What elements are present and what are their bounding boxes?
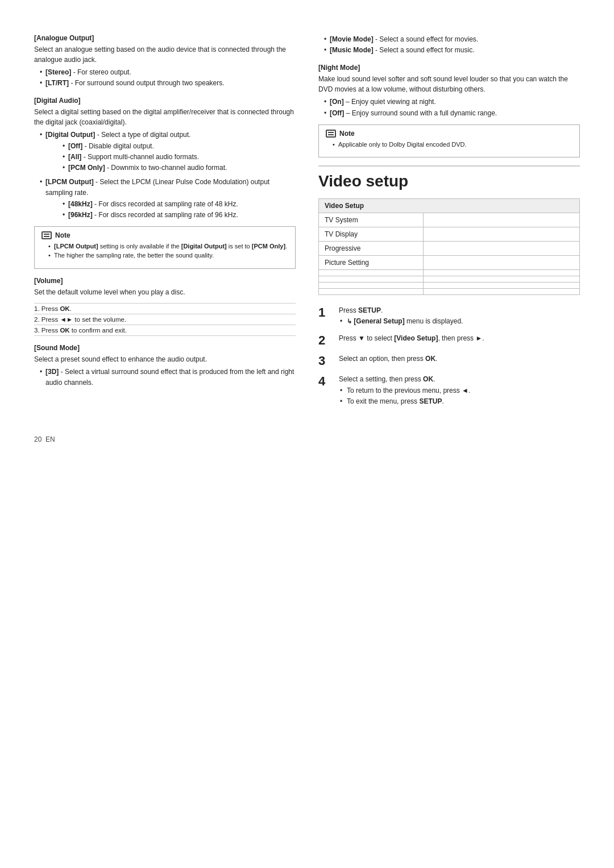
note2-list: Applicable only to Dolby Digital encoded… — [326, 140, 572, 149]
lpcm-sub: [48kHz] - For discs recorded at sampling… — [45, 199, 296, 221]
table-row — [319, 276, 580, 283]
volume-step-2: 2. Press ◄► to set the volume. — [34, 314, 296, 325]
note-icon-1 — [42, 231, 52, 239]
volume-desc: Set the default volume level when you pl… — [34, 287, 296, 297]
step-number-3: 3 — [318, 354, 339, 368]
sound-mode-heading: [Sound Mode] — [34, 344, 296, 352]
list-item: [Off] - Disable digital output. — [63, 141, 296, 152]
table-row: Progressive — [319, 242, 580, 256]
table-cell-label: TV Display — [319, 227, 424, 242]
analogue-output-heading: [Analogue Output] — [34, 34, 296, 42]
step-content-3: Select an option, then press OK. — [339, 354, 580, 364]
table-cell-value — [423, 256, 579, 270]
step-main-text-2: Press ▼ to select [Video Setup], then pr… — [339, 334, 484, 342]
sound-mode-desc: Select a preset sound effect to enhance … — [34, 354, 296, 364]
video-setup-table: Video Setup TV System TV Display Progres… — [318, 198, 580, 295]
table-cell-label: Progressive — [319, 242, 424, 256]
table-row: TV Display — [319, 227, 580, 242]
night-mode-bullets: [On] – Enjoy quiet viewing at night. [Of… — [318, 97, 580, 118]
digital-output-sub: [Off] - Disable digital output. [All] - … — [45, 141, 296, 174]
list-item: [On] – Enjoy quiet viewing at night. — [324, 97, 580, 107]
table-cell-label — [319, 283, 424, 289]
list-item: The higher the sampling rate, the better… — [48, 251, 288, 260]
list-item: [96kHz] - For discs recorded at sampling… — [63, 210, 296, 221]
video-setup-table-header: Video Setup — [319, 199, 580, 213]
list-item: [Off] – Enjoy surround sound with a full… — [324, 108, 580, 119]
note-title-2: Note — [326, 130, 572, 138]
step-content-1: Press SETUP. ↳ [General Setup] menu is d… — [339, 305, 580, 327]
table-row: Picture Setting — [319, 256, 580, 270]
table-cell-value — [423, 289, 579, 295]
volume-steps-box: 1. Press OK. 2. Press ◄► to set the volu… — [34, 303, 296, 336]
step-number-4: 4 — [318, 374, 339, 389]
table-cell-value — [423, 270, 579, 276]
step-sub-1: ↳ [General Setup] menu is displayed. — [339, 317, 463, 325]
list-item: [48kHz] - For discs recorded at sampling… — [63, 199, 296, 210]
list-item: [Movie Mode] - Select a sound effect for… — [324, 34, 580, 45]
table-cell-value — [423, 242, 579, 256]
table-cell-value — [423, 213, 579, 227]
list-item: [Stereo] - For stereo output. — [40, 67, 296, 78]
table-cell-label: Picture Setting — [319, 256, 424, 270]
list-item: Applicable only to Dolby Digital encoded… — [333, 140, 572, 149]
step-sub-4b: To exit the menu, press SETUP. — [339, 396, 580, 407]
movie-music-bullets: [Movie Mode] - Select a sound effect for… — [318, 34, 580, 56]
list-item: [Digital Output] - Select a type of digi… — [40, 130, 296, 173]
table-cell-value — [423, 283, 579, 289]
digital-audio-desc: Select a digital setting based on the di… — [34, 107, 296, 127]
step-main-text-1: Press SETUP. — [339, 306, 383, 314]
list-item: [LT/RT] - For surround sound output thro… — [40, 78, 296, 89]
table-row — [319, 289, 580, 295]
right-column: [Movie Mode] - Select a sound effect for… — [318, 34, 580, 413]
note-box-2: Note Applicable only to Dolby Digital en… — [318, 124, 580, 158]
list-item: [3D] - Select a virtual surround sound e… — [40, 367, 296, 388]
sound-mode-bullets: [3D] - Select a virtual surround sound e… — [34, 367, 296, 388]
step-content-4: Select a setting, then press OK. To retu… — [339, 374, 580, 407]
note-box-1: Note [LPCM Output] setting is only avail… — [34, 226, 296, 269]
page-footer: 20 EN — [34, 435, 580, 443]
note-title-1: Note — [42, 231, 288, 239]
step-main-text-4: Select a setting, then press OK. — [339, 375, 435, 383]
numbered-steps: 1 Press SETUP. ↳ [General Setup] menu is… — [318, 305, 580, 407]
list-item: [LPCM Output] setting is only available … — [48, 242, 288, 251]
table-row — [319, 283, 580, 289]
list-item: [PCM Only] - Downmix to two-channel audi… — [63, 163, 296, 173]
digital-audio-bullets: [Digital Output] - Select a type of digi… — [34, 130, 296, 221]
page-number: 20 — [34, 435, 42, 443]
digital-audio-heading: [Digital Audio] — [34, 97, 296, 105]
list-item: [Music Mode] - Select a sound effect for… — [324, 45, 580, 56]
left-column: [Analogue Output] Select an analogue set… — [34, 34, 296, 413]
table-row — [319, 270, 580, 276]
analogue-output-desc: Select an analogue setting based on the … — [34, 44, 296, 65]
night-mode-heading: [Night Mode] — [318, 64, 580, 72]
list-item: [All] - Support multi-channel audio form… — [63, 152, 296, 163]
analogue-bullets: [Stereo] - For stereo output. [LT/RT] - … — [34, 67, 296, 89]
page-lang: EN — [45, 435, 55, 443]
table-row: TV System — [319, 213, 580, 227]
video-setup-title: Video setup — [318, 165, 580, 190]
table-cell-label — [319, 289, 424, 295]
step-1: 1 Press SETUP. ↳ [General Setup] menu is… — [318, 305, 580, 327]
volume-step-1: 1. Press OK. — [34, 304, 296, 314]
table-cell-label — [319, 276, 424, 283]
night-mode-desc: Make loud sound level softer and soft so… — [318, 74, 580, 94]
step-3: 3 Select an option, then press OK. — [318, 354, 580, 368]
volume-heading: [Volume] — [34, 277, 296, 285]
note-icon-2 — [326, 130, 336, 138]
step-content-2: Press ▼ to select [Video Setup], then pr… — [339, 333, 580, 344]
step-main-text-3: Select an option, then press OK. — [339, 355, 437, 363]
table-cell-value — [423, 227, 579, 242]
step-4: 4 Select a setting, then press OK. To re… — [318, 374, 580, 407]
step-sub-4a: To return to the previous menu, press ◄. — [339, 385, 580, 396]
step-number-1: 1 — [318, 305, 339, 320]
step-number-2: 2 — [318, 333, 339, 348]
note1-list: [LPCM Output] setting is only available … — [42, 242, 288, 260]
step-2: 2 Press ▼ to select [Video Setup], then … — [318, 333, 580, 348]
table-cell-label: TV System — [319, 213, 424, 227]
list-item: [LPCM Output] - Select the LPCM (Linear … — [40, 177, 296, 221]
video-setup-section: Video setup Video Setup TV System TV Dis… — [318, 165, 580, 407]
volume-step-3: 3. Press OK to confirm and exit. — [34, 325, 296, 336]
table-cell-label — [319, 270, 424, 276]
table-cell-value — [423, 276, 579, 283]
